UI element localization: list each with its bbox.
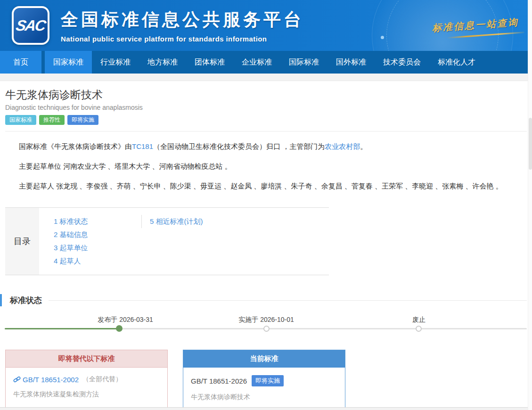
sac-logo-text: SAC xyxy=(15,17,47,34)
p1-text-3: 。 xyxy=(360,142,367,150)
nav-item-group-standards[interactable]: 团体标准 xyxy=(186,51,233,74)
toc-column-1: 1 标准状态 2 基础信息 3 起草单位 4 起草人 xyxy=(54,215,141,268)
replaced-card-body: GB/T 18651-2002 （全部代替） 牛无浆体病快速凝集检测方法 xyxy=(6,368,167,409)
replaced-code-row: GB/T 18651-2002 （全部代替） xyxy=(13,375,160,384)
intro-paragraphs: 国家标准《牛无浆体病诊断技术》由TC181（全国动物卫生标准化技术委员会）归口 … xyxy=(5,142,527,190)
replaced-standard-card: 即将替代以下标准 GB/T 18651-2002 （全部代替） 牛无浆体病快速凝… xyxy=(5,350,168,410)
toc-column-2: 5 相近标准(计划) xyxy=(141,215,203,268)
timeline-dot-abolished xyxy=(416,326,422,332)
sac-logo[interactable]: SAC xyxy=(12,6,49,45)
site-title-en: National public service platform for sta… xyxy=(61,35,304,43)
replaced-note: （全部代替） xyxy=(82,375,122,384)
p1-text-1: 国家标准《牛无浆体病诊断技术》由 xyxy=(19,142,132,150)
timeline-dot-published xyxy=(116,325,123,332)
toc-item-basic-info[interactable]: 2 基础信息 xyxy=(54,228,141,241)
toc-item-standard-status[interactable]: 1 标准状态 xyxy=(54,215,141,228)
replaced-standard-name: 牛无浆体病快速凝集检测方法 xyxy=(13,390,160,399)
toc-item-drafters[interactable]: 4 起草人 xyxy=(54,254,141,268)
page-title: 牛无浆体病诊断技术 xyxy=(5,88,527,102)
paragraph-drafting-units: 主要起草单位 河南农业大学 、塔里木大学 、河南省动物检疫总站 。 xyxy=(19,162,513,171)
vertical-scrollbar xyxy=(528,0,532,410)
status-section-header: 标准状态 xyxy=(0,294,532,306)
page-title-en: Diagnostic techniques for bovine anaplas… xyxy=(5,104,527,111)
replaced-standard-link[interactable]: GB/T 18651-2002 xyxy=(23,376,79,384)
p1-text-2: （全国动物卫生标准化技术委员会）归口 ，主管部门为 xyxy=(153,142,325,150)
nav-item-foreign-standards[interactable]: 国外标准 xyxy=(327,51,375,74)
timeline-label-implemented: 实施于 2026-10-01 xyxy=(238,316,294,324)
current-card-header: 当前标准 xyxy=(183,350,345,368)
tag-upcoming: 即将实施 xyxy=(67,115,98,125)
current-standard-card: 当前标准 GB/T 18651-2026 即将实施 牛无浆体病诊断技术 xyxy=(183,350,345,410)
toc: 目录 1 标准状态 2 基础信息 3 起草单位 4 起草人 5 相近标准(计划) xyxy=(5,207,329,275)
nav-item-local-standards[interactable]: 地方标准 xyxy=(139,51,186,74)
site-header: SAC 全国标准信息公共服务平台 National public service… xyxy=(0,0,532,51)
current-card-body: GB/T 18651-2026 即将实施 牛无浆体病诊断技术 xyxy=(183,368,345,410)
nav-item-industry-standards[interactable]: 行业标准 xyxy=(92,51,139,74)
toc-item-similar-standards[interactable]: 5 相近标准(计划) xyxy=(141,215,203,228)
footer-strip xyxy=(0,407,532,410)
timeline-progress xyxy=(5,328,119,329)
site-title-cn: 全国标准信息公共服务平台 xyxy=(61,8,304,32)
current-code-row: GB/T 18651-2026 即将实施 xyxy=(191,375,337,386)
timeline-dot-implemented xyxy=(263,326,270,332)
status-section-title: 标准状态 xyxy=(10,295,42,306)
toc-label: 目录 xyxy=(5,208,39,275)
nav-item-international-standards[interactable]: 国际标准 xyxy=(280,51,327,74)
tag-recommended: 推荐性 xyxy=(39,115,65,125)
paragraph-committee: 国家标准《牛无浆体病诊断技术》由TC181（全国动物卫生标准化技术委员会）归口 … xyxy=(19,142,513,151)
timeline-label-abolished: 废止 xyxy=(412,316,426,324)
section-rule-line xyxy=(49,300,527,301)
header-gray-strip xyxy=(0,74,532,81)
current-standard-code: GB/T 18651-2026 xyxy=(191,377,247,385)
nav-item-standardization-talent[interactable]: 标准化人才 xyxy=(429,51,484,74)
chain-link-icon xyxy=(13,376,21,383)
site-titles: 全国标准信息公共服务平台 National public service pla… xyxy=(61,8,304,43)
replaced-card-header: 即将替代以下标准 xyxy=(6,350,167,368)
paragraph-drafters: 主要起草人 张龙现 、李俊强 、齐萌 、宁长申 、陈少渠 、毋亚运 、赵金凤 、… xyxy=(19,182,513,191)
section-accent-bar xyxy=(0,294,2,306)
tag-row: 国家标准 推荐性 即将实施 xyxy=(5,115,527,125)
nav-item-national-standards[interactable]: 国家标准 xyxy=(45,51,92,74)
nav-item-home[interactable]: 首页 xyxy=(0,51,41,74)
nav-item-enterprise-standards[interactable]: 企业标准 xyxy=(233,51,280,74)
upcoming-implementation-badge: 即将实施 xyxy=(252,375,284,386)
toc-item-drafting-units[interactable]: 3 起草单位 xyxy=(54,241,141,254)
tc181-link[interactable]: TC181 xyxy=(132,142,153,150)
current-standard-name: 牛无浆体病诊断技术 xyxy=(191,393,337,402)
title-divider xyxy=(5,131,527,131)
sac-logo-inner: SAC xyxy=(14,8,48,43)
standard-cards: 即将替代以下标准 GB/T 18651-2002 （全部代替） 牛无浆体病快速凝… xyxy=(0,350,532,410)
tag-national-standard: 国家标准 xyxy=(5,115,36,125)
nav-item-technical-committees[interactable]: 技术委员会 xyxy=(375,51,429,74)
scrollbar-thumb[interactable] xyxy=(529,118,532,170)
toc-columns: 1 标准状态 2 基础信息 3 起草单位 4 起草人 5 相近标准(计划) xyxy=(39,208,203,275)
main-nav: 首页 国家标准 行业标准 地方标准 团体标准 企业标准 国际标准 国外标准 技术… xyxy=(0,51,532,74)
status-timeline: 发布于 2026-03-31 实施于 2026-10-01 废止 xyxy=(0,313,532,337)
article-content: 牛无浆体病诊断技术 Diagnostic techniques for bovi… xyxy=(0,88,532,275)
timeline-label-published: 发布于 2026-03-31 xyxy=(98,316,153,324)
ministry-link[interactable]: 农业农村部 xyxy=(325,142,360,150)
